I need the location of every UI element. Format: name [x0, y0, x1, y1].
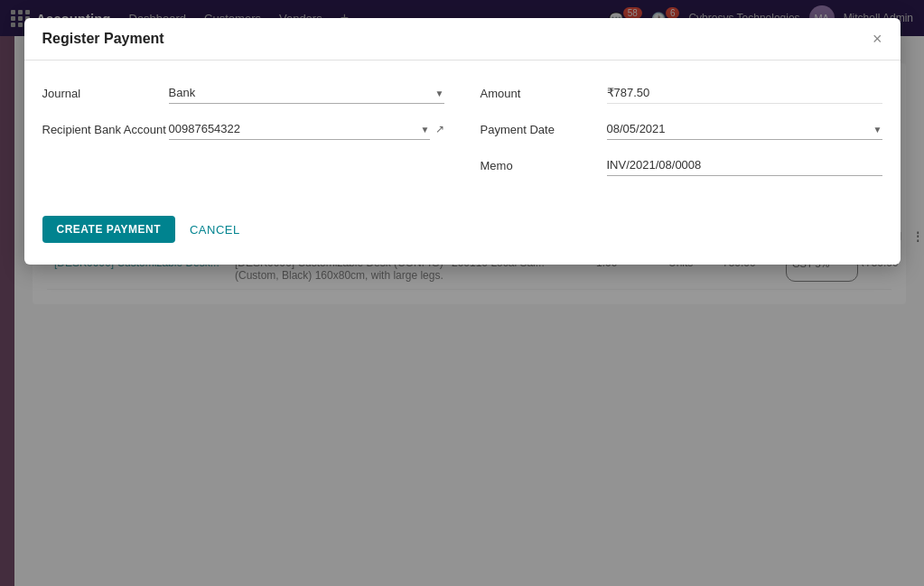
recipient-bank-form-group: Recipient Bank Account 00987654322 ▼ ↗: [42, 118, 444, 140]
modal-title: Register Payment: [42, 31, 164, 47]
payment-date-input[interactable]: [607, 118, 882, 140]
form-right-column: Amount ₹787.50 Payment Date ▼ Memo: [481, 82, 882, 191]
cancel-button[interactable]: CANCEL: [190, 223, 240, 237]
form-grid: Journal Bank ▼ Recipient Bank Account: [42, 82, 882, 191]
amount-form-group: Amount ₹787.50: [481, 82, 882, 104]
modal-close-button[interactable]: ×: [873, 31, 882, 47]
memo-input[interactable]: [607, 154, 882, 176]
recipient-wrapper: 00987654322 ▼ ↗: [169, 118, 444, 140]
memo-form-group: Memo: [481, 154, 882, 176]
form-left-column: Journal Bank ▼ Recipient Bank Account: [42, 82, 444, 191]
amount-value: ₹787.50: [607, 82, 882, 104]
journal-label: Journal: [42, 87, 169, 100]
recipient-bank-select[interactable]: 00987654322: [169, 118, 430, 140]
payment-date-label: Payment Date: [481, 123, 607, 136]
register-payment-modal: Register Payment × Journal Bank ▼: [24, 18, 901, 265]
create-payment-button[interactable]: CREATE PAYMENT: [42, 216, 175, 243]
external-link-icon[interactable]: ↗: [435, 123, 444, 135]
modal-body: Journal Bank ▼ Recipient Bank Account: [24, 60, 901, 209]
recipient-select-wrapper: 00987654322 ▼: [169, 118, 430, 140]
modal-footer: CREATE PAYMENT CANCEL: [24, 209, 901, 265]
modal-header: Register Payment ×: [24, 18, 901, 60]
recipient-bank-label: Recipient Bank Account: [42, 123, 169, 136]
journal-form-group: Journal Bank ▼: [42, 82, 444, 104]
journal-select[interactable]: Bank: [169, 82, 444, 104]
modal-overlay: Register Payment × Journal Bank ▼: [0, 0, 924, 586]
journal-select-wrapper: Bank ▼: [169, 82, 444, 104]
payment-date-select-wrapper: ▼: [607, 118, 882, 140]
amount-label: Amount: [481, 87, 607, 100]
payment-date-form-group: Payment Date ▼: [481, 118, 882, 140]
memo-label: Memo: [481, 159, 607, 172]
